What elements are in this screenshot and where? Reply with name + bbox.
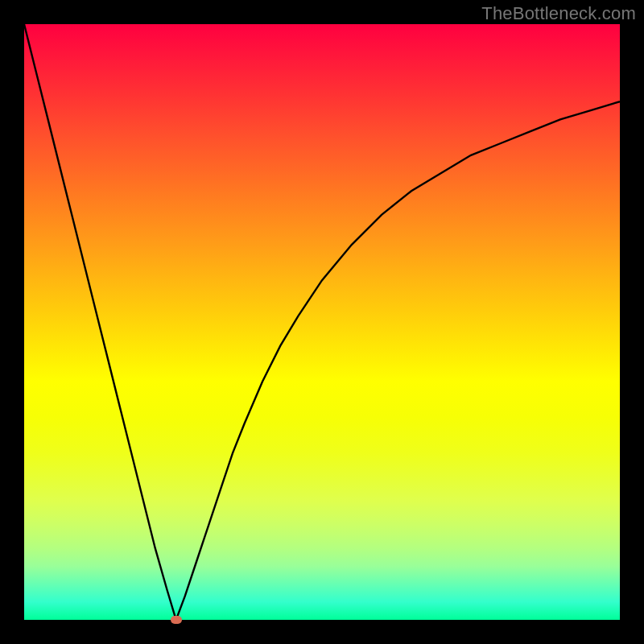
- chart-container: TheBottleneck.com: [0, 0, 644, 644]
- plot-area: [24, 24, 620, 620]
- bottleneck-curve: [24, 24, 620, 620]
- curve-layer: [24, 24, 620, 620]
- watermark-text: TheBottleneck.com: [481, 3, 636, 24]
- optimal-point-marker: [171, 616, 182, 624]
